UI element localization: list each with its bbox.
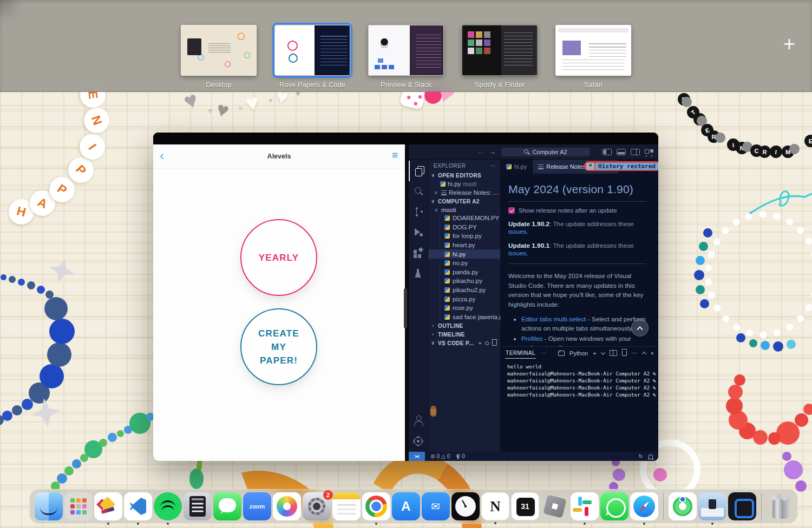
workspace-section[interactable]: ∨ COMPUTER A2 — [428, 197, 500, 206]
dock-item[interactable] — [541, 492, 569, 520]
activity-accounts[interactable] — [409, 411, 428, 431]
more-actions-icon[interactable]: ⋯ — [541, 350, 547, 356]
ports-indicator[interactable]: 0 — [455, 453, 465, 459]
activity-testing[interactable] — [409, 263, 428, 284]
toggle-sidebar-icon[interactable] — [603, 149, 612, 155]
checkbox-checked[interactable] — [508, 207, 515, 214]
issues-link[interactable]: issues. — [508, 249, 528, 257]
dock-item[interactable] — [273, 492, 301, 520]
activity-search[interactable] — [409, 181, 428, 202]
issues-link[interactable]: issues. — [508, 228, 528, 235]
highlight-link[interactable]: Editor tabs multi-select — [521, 315, 586, 323]
space-preview[interactable] — [181, 25, 257, 76]
more-actions-icon[interactable]: ⋯ — [490, 163, 496, 169]
file-item[interactable]: DOAREMON.PY — [428, 214, 500, 223]
space-thumbnail[interactable]: Spotify & Finder — [462, 25, 538, 89]
activity-source-control[interactable] — [409, 202, 428, 222]
timeline-section[interactable]: › TIMELINE — [428, 330, 500, 339]
dock-item[interactable] — [630, 492, 658, 520]
dock-item[interactable] — [213, 492, 241, 520]
sync-icon[interactable]: ↻ — [639, 453, 643, 459]
dock-item[interactable] — [600, 492, 628, 520]
history-forward-icon[interactable]: → — [489, 148, 496, 156]
file-item[interactable]: rose.py — [428, 303, 500, 313]
space-thumbnail[interactable]: Safari — [555, 25, 631, 89]
roll-call-icon[interactable] — [485, 341, 489, 345]
space-preview[interactable] — [555, 25, 631, 76]
kill-terminal-icon[interactable] — [622, 351, 627, 356]
open-editor-item[interactable]: hi.py masti — [428, 180, 500, 188]
add-pet-icon[interactable]: + — [479, 340, 482, 346]
file-item[interactable]: heart.py — [428, 241, 500, 250]
dock-item[interactable] — [761, 493, 762, 520]
vscode-pets-section[interactable]: ∨ VS CODE P... + — [428, 339, 500, 347]
tab-terminal[interactable]: TERMINAL — [505, 348, 536, 359]
dock-item[interactable] — [124, 492, 152, 520]
highlight-link[interactable]: Profiles — [521, 335, 542, 342]
scroll-to-top-button[interactable] — [631, 319, 649, 336]
shell-name[interactable]: Python — [569, 350, 588, 357]
file-item[interactable]: for loop.py — [428, 232, 500, 241]
file-item[interactable]: pizza.py — [428, 294, 500, 303]
toggle-panel-icon[interactable] — [617, 149, 626, 155]
file-item[interactable]: pikachu.py — [428, 276, 500, 286]
dock-item[interactable] — [728, 492, 756, 520]
dock-item[interactable]: zoom — [243, 492, 271, 520]
space-thumbnail[interactable]: Preview & Slack — [368, 25, 444, 89]
dock-item[interactable]: N — [481, 492, 509, 520]
outline-section[interactable]: › OUTLINE — [428, 321, 500, 330]
folder-item[interactable]: ∨ masti — [428, 206, 500, 214]
remote-indicator[interactable]: >< — [409, 452, 425, 461]
dock-item[interactable] — [362, 492, 390, 520]
new-terminal-icon[interactable]: + — [593, 350, 596, 357]
problems-indicator[interactable]: ⊘ 0 △ 0 — [430, 453, 450, 459]
dock-item[interactable] — [94, 492, 122, 520]
dock-item[interactable]: 2 — [303, 492, 331, 520]
open-editors-section[interactable]: ∨ OPEN EDITORS — [428, 171, 500, 180]
split-terminal-icon[interactable] — [610, 350, 617, 356]
more-actions-icon[interactable]: ⋯ — [632, 349, 638, 357]
dock-item[interactable] — [767, 492, 795, 520]
dock-item[interactable] — [64, 492, 93, 520]
space-preview[interactable] — [368, 25, 444, 76]
history-back-icon[interactable]: ← — [477, 148, 484, 156]
customize-layout-icon[interactable] — [645, 149, 654, 155]
tab-hi-py[interactable]: hi.py — [501, 160, 533, 174]
activity-run-debug[interactable] — [409, 222, 428, 243]
open-editor-item[interactable]: × Release Notes: ... — [428, 188, 500, 197]
file-item[interactable]: pikachu2.py — [428, 286, 500, 295]
dock-item[interactable] — [698, 492, 726, 520]
command-center-search[interactable]: Computer A2 — [501, 147, 591, 157]
dock-item[interactable] — [571, 492, 599, 520]
file-item[interactable]: sad face jaweria.py — [428, 313, 500, 322]
dock-item[interactable] — [35, 492, 63, 520]
file-item[interactable]: hi.py — [428, 249, 500, 259]
dock-item[interactable]: 31 — [511, 492, 539, 520]
close-panel-icon[interactable]: × — [651, 350, 654, 357]
dock-item[interactable] — [663, 493, 664, 520]
chevron-down-icon[interactable] — [600, 350, 605, 354]
activity-explorer[interactable] — [409, 161, 428, 181]
dock-item[interactable]: A — [392, 492, 420, 520]
space-thumbnail[interactable]: Rove Papers & Code — [274, 25, 350, 89]
bell-icon[interactable] — [649, 454, 653, 459]
dock-item[interactable] — [332, 492, 361, 520]
space-thumbnail[interactable]: Desktop — [181, 25, 257, 89]
dock-item[interactable] — [451, 492, 480, 520]
create-my-paper-button[interactable]: CREATEMYPAPER! — [240, 308, 317, 385]
dock-item[interactable] — [184, 492, 212, 520]
space-preview[interactable] — [274, 25, 350, 76]
close-icon[interactable]: × — [433, 189, 439, 196]
maximize-panel-icon[interactable] — [641, 352, 646, 356]
trash-icon[interactable] — [492, 340, 497, 346]
toggle-secondary-sidebar-icon[interactable] — [631, 149, 640, 155]
add-space-button[interactable]: + — [778, 34, 800, 55]
dock-item[interactable] — [669, 492, 697, 520]
space-preview[interactable] — [462, 25, 538, 76]
dock-item[interactable] — [154, 492, 182, 520]
yearly-button[interactable]: YEARLY — [240, 219, 317, 296]
file-item[interactable]: panda.py — [428, 268, 500, 277]
activity-settings[interactable] — [409, 431, 428, 452]
dock-item[interactable]: ✉ — [422, 492, 450, 520]
activity-extensions[interactable] — [409, 243, 428, 263]
